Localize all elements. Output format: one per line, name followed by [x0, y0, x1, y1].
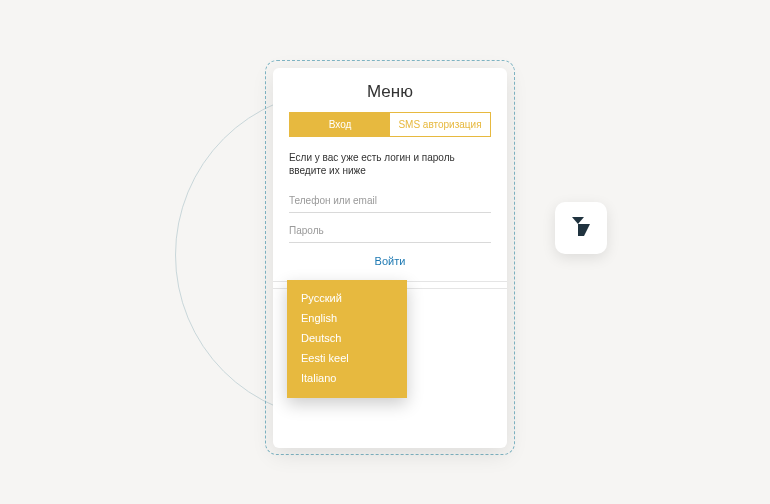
auth-tabs: Вход SMS авторизация: [289, 112, 491, 137]
password-input[interactable]: [289, 219, 491, 243]
lang-option-italian[interactable]: Italiano: [301, 368, 393, 388]
svg-marker-0: [572, 217, 584, 224]
login-button[interactable]: Войти: [273, 243, 507, 277]
page-title: Меню: [273, 68, 507, 112]
lang-option-deutsch[interactable]: Deutsch: [301, 328, 393, 348]
app-logo-icon: [569, 214, 593, 242]
lang-option-english[interactable]: English: [301, 308, 393, 328]
phone-email-input[interactable]: [289, 189, 491, 213]
lang-option-estonian[interactable]: Eesti keel: [301, 348, 393, 368]
tab-login[interactable]: Вход: [290, 113, 390, 136]
app-logo-tile: [555, 202, 607, 254]
phone-screen: Меню Вход SMS авторизация Если у вас уже…: [273, 68, 507, 448]
lang-option-russian[interactable]: Русский: [301, 288, 393, 308]
svg-marker-1: [578, 224, 590, 236]
instruction-text: Если у вас уже есть логин и пароль введи…: [273, 151, 507, 189]
language-dropdown: Русский English Deutsch Eesti keel Itali…: [287, 280, 407, 398]
tab-sms[interactable]: SMS авторизация: [390, 113, 490, 136]
